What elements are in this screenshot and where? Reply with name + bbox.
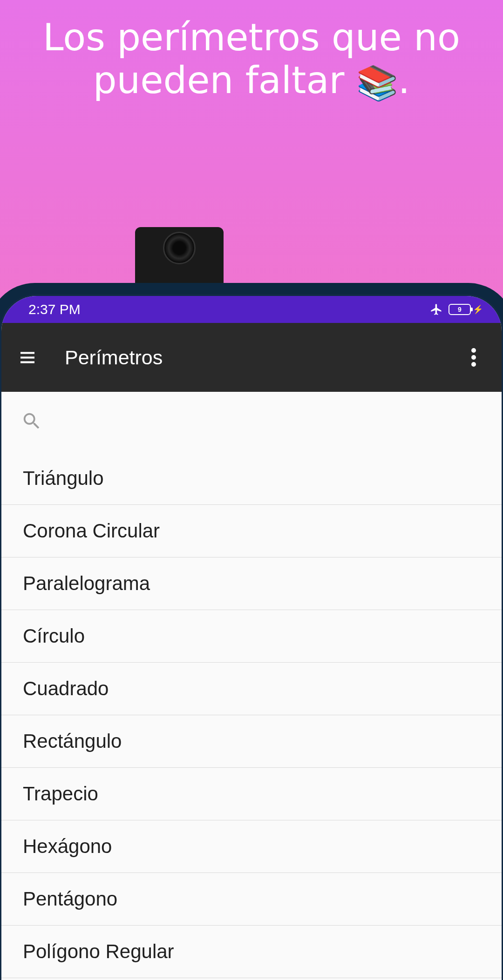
list-item[interactable]: Hexágono [1,820,502,873]
svg-point-4 [471,355,476,360]
phone-frame: 2:37 PM 9 ⚡ [0,283,503,980]
search-icon [21,410,42,432]
list-item[interactable]: Corona Circular [1,505,502,557]
list-item[interactable]: Triángulo [1,452,502,505]
list-item[interactable]: Cuadrado [1,663,502,715]
shape-list[interactable]: TriánguloCorona CircularParalelogramaCír… [1,452,502,980]
svg-rect-1 [20,356,34,358]
status-icons: 9 ⚡ [430,303,483,316]
status-time: 2:37 PM [28,302,81,317]
menu-icon[interactable] [16,346,39,369]
list-item[interactable]: Polígono Regular [1,926,502,978]
list-item[interactable]: Trapecio [1,768,502,820]
list-item[interactable]: Rombo [1,978,502,980]
phone-screen: 2:37 PM 9 ⚡ [1,296,502,980]
battery-level: 9 [458,306,462,313]
list-item[interactable]: Círculo [1,610,502,663]
promo-headline: Los perímetros que no pueden faltar 📚. [0,0,503,102]
svg-rect-0 [20,352,34,354]
list-item[interactable]: Paralelograma [1,557,502,610]
charge-icon: ⚡ [473,304,483,315]
status-bar: 2:37 PM 9 ⚡ [1,296,502,323]
battery-indicator: 9 ⚡ [449,304,483,315]
svg-point-3 [471,348,476,353]
svg-rect-2 [20,361,34,363]
phone-inner-frame: 2:37 PM 9 ⚡ [0,294,503,980]
headline-line2: pueden faltar [93,59,345,102]
search-area[interactable] [1,392,502,452]
battery-outline: 9 [449,304,471,315]
books-emoji: 📚 [356,64,398,102]
headline-line1: Los perímetros que no [43,16,460,59]
phone-camera-lens [163,232,196,264]
list-item[interactable]: Rectángulo [1,715,502,768]
airplane-icon [430,303,443,316]
app-bar: Perímetros [1,323,502,392]
app-title: Perímetros [65,346,163,369]
list-item[interactable]: Pentágono [1,873,502,926]
svg-point-5 [471,362,476,367]
phone-camera-bump [135,227,224,288]
more-icon[interactable] [462,346,485,369]
